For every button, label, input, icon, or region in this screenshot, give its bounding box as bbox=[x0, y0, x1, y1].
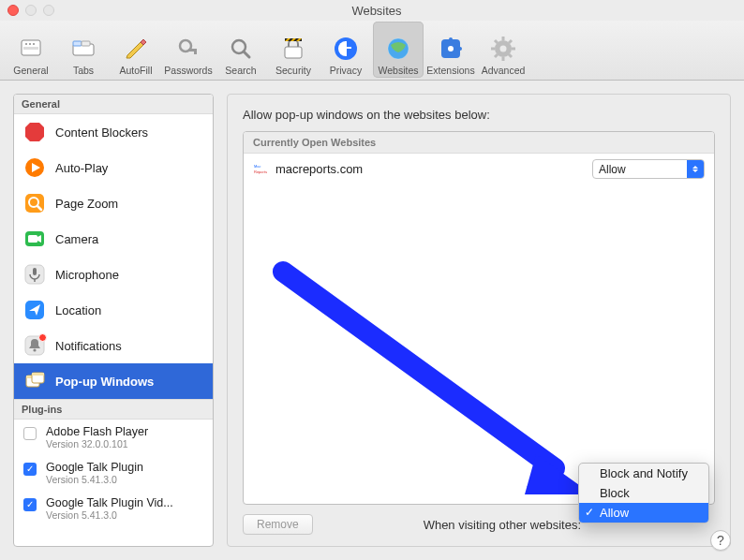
svg-rect-48 bbox=[33, 268, 37, 275]
toolbar-security[interactable]: Security bbox=[268, 22, 319, 78]
toolbar-websites[interactable]: Websites bbox=[373, 22, 424, 78]
favicon-icon: MacReports bbox=[253, 162, 268, 177]
sidebar-item-label: Auto-Play bbox=[55, 161, 108, 175]
svg-text:Mac: Mac bbox=[254, 164, 261, 169]
sidebar-item-notifications[interactable]: Notifications bbox=[14, 328, 213, 363]
toolbar-label: Advanced bbox=[482, 65, 526, 76]
microphone-icon bbox=[23, 263, 46, 286]
toolbar-privacy[interactable]: Privacy bbox=[320, 22, 371, 78]
toolbar-label: Passwords bbox=[164, 65, 212, 76]
toolbar-label: General bbox=[13, 65, 48, 76]
sidebar-item-label: Page Zoom bbox=[55, 197, 118, 211]
search-icon bbox=[226, 34, 256, 64]
stop-icon bbox=[23, 121, 46, 143]
websites-list: Currently Open Websites MacReports macre… bbox=[243, 131, 715, 505]
svg-rect-14 bbox=[285, 38, 302, 41]
dropdown-option-block-notify[interactable]: Block and Notify bbox=[579, 464, 708, 483]
sidebar-item-page-zoom[interactable]: Page Zoom bbox=[14, 185, 213, 221]
toolbar-label: Tabs bbox=[73, 65, 94, 76]
website-row[interactable]: MacReports macreports.com Allow bbox=[244, 154, 714, 184]
website-host: macreports.com bbox=[275, 162, 585, 176]
toolbar-label: Privacy bbox=[330, 65, 362, 76]
svg-rect-7 bbox=[82, 41, 90, 46]
plugin-name: Adobe Flash Player bbox=[46, 425, 148, 438]
toolbar-label: Websites bbox=[379, 65, 419, 76]
plugin-row[interactable]: Adobe Flash Player Version 32.0.0.101 bbox=[14, 420, 213, 455]
plugin-row[interactable]: Google Talk Plugin Version 5.41.3.0 bbox=[14, 455, 213, 491]
svg-text:Reports: Reports bbox=[254, 169, 267, 174]
sidebar-item-popup-windows[interactable]: Pop-up Windows bbox=[14, 363, 213, 399]
list-section-header: Currently Open Websites bbox=[244, 132, 714, 154]
popup-windows-icon bbox=[23, 370, 46, 392]
select-stepper-icon bbox=[687, 160, 704, 178]
zoom-icon bbox=[23, 192, 46, 214]
svg-marker-38 bbox=[25, 123, 44, 141]
website-permission-select[interactable]: Allow bbox=[592, 159, 705, 179]
settings-panel: Allow pop-up windows on the websites bel… bbox=[227, 94, 731, 547]
svg-line-34 bbox=[495, 40, 498, 43]
remove-button[interactable]: Remove bbox=[243, 514, 313, 535]
plugin-version: Version 32.0.0.101 bbox=[46, 438, 148, 449]
svg-line-35 bbox=[509, 54, 512, 57]
location-icon bbox=[23, 299, 46, 321]
sidebar-item-camera[interactable]: Camera bbox=[14, 221, 213, 257]
toolbar-autofill[interactable]: AutoFill bbox=[111, 22, 161, 78]
plugin-checkbox[interactable] bbox=[23, 427, 37, 440]
toolbar-advanced[interactable]: Advanced bbox=[478, 22, 528, 78]
plugin-checkbox[interactable] bbox=[23, 463, 37, 476]
toolbar-general[interactable]: General bbox=[6, 22, 56, 78]
svg-rect-27 bbox=[456, 47, 462, 51]
toolbar-label: Extensions bbox=[426, 65, 474, 76]
svg-line-36 bbox=[509, 40, 512, 43]
passwords-icon bbox=[173, 34, 203, 64]
svg-point-3 bbox=[33, 43, 35, 45]
notifications-icon bbox=[23, 334, 46, 357]
toolbar-tabs[interactable]: Tabs bbox=[58, 22, 109, 78]
plugin-row[interactable]: Google Talk Plugin Vid... Version 5.41.3… bbox=[14, 491, 213, 526]
general-icon bbox=[16, 34, 46, 64]
dropdown-option-allow[interactable]: Allow bbox=[579, 503, 708, 523]
autofill-icon bbox=[121, 34, 151, 64]
svg-point-2 bbox=[29, 43, 31, 45]
select-value: Allow bbox=[599, 163, 626, 176]
plugin-checkbox[interactable] bbox=[23, 498, 37, 511]
svg-rect-10 bbox=[194, 49, 197, 54]
sidebar-section-plugins: Plug-ins bbox=[14, 399, 213, 420]
extensions-icon bbox=[436, 34, 466, 64]
toolbar-passwords[interactable]: Passwords bbox=[163, 22, 214, 78]
sidebar-item-label: Content Blockers bbox=[55, 125, 148, 140]
sidebar-item-content-blockers[interactable]: Content Blockers bbox=[14, 114, 213, 150]
help-button[interactable]: ? bbox=[710, 530, 731, 551]
dropdown-option-block[interactable]: Block bbox=[579, 483, 708, 503]
titlebar: Websites bbox=[0, 0, 744, 21]
sidebar-item-location[interactable]: Location bbox=[14, 292, 213, 328]
toolbar-search[interactable]: Search bbox=[216, 22, 266, 78]
default-policy-label: When visiting other websites: bbox=[424, 518, 581, 532]
toolbar-label: Search bbox=[225, 65, 256, 76]
svg-rect-45 bbox=[28, 235, 37, 243]
privacy-icon bbox=[331, 34, 361, 64]
category-sidebar: General Content Blockers Auto-Play Page … bbox=[13, 94, 214, 547]
toolbar-label: Security bbox=[275, 65, 311, 76]
camera-icon bbox=[23, 228, 46, 250]
toolbar-label: AutoFill bbox=[119, 65, 152, 76]
plugin-name: Google Talk Plugin bbox=[46, 461, 143, 474]
plugin-version: Version 5.41.3.0 bbox=[46, 474, 143, 485]
svg-line-37 bbox=[495, 54, 498, 57]
sidebar-item-label: Location bbox=[55, 303, 101, 317]
notification-badge bbox=[38, 333, 47, 342]
websites-icon bbox=[383, 34, 413, 64]
svg-line-12 bbox=[244, 52, 249, 57]
sidebar-item-label: Camera bbox=[55, 232, 98, 246]
play-icon bbox=[23, 156, 46, 179]
toolbar-extensions[interactable]: Extensions bbox=[425, 22, 476, 78]
plugin-version: Version 5.41.3.0 bbox=[46, 509, 173, 521]
svg-rect-6 bbox=[73, 41, 82, 46]
default-policy-dropdown[interactable]: Block and Notify Block Allow bbox=[578, 463, 709, 523]
sidebar-item-microphone[interactable]: Microphone bbox=[14, 257, 213, 292]
tabs-icon bbox=[68, 34, 98, 64]
window-title: Websites bbox=[17, 4, 737, 18]
security-icon bbox=[278, 34, 308, 64]
main-content: General Content Blockers Auto-Play Page … bbox=[0, 81, 744, 560]
sidebar-item-auto-play[interactable]: Auto-Play bbox=[14, 150, 213, 185]
